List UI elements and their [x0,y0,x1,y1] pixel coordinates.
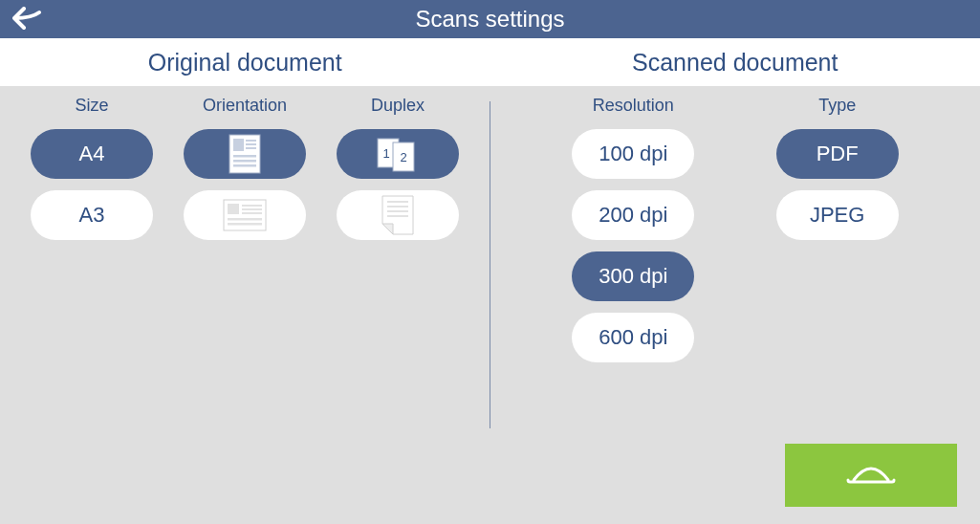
svg-rect-20 [387,206,408,207]
option-duplex-on[interactable]: 1 2 [337,129,459,179]
titlebar: Scans settings [0,0,980,38]
svg-rect-10 [242,205,262,207]
scanner-icon [844,461,898,490]
back-arrow-icon [12,7,45,32]
svg-rect-11 [242,208,262,210]
option-resolution-100-label: 100 dpi [599,142,667,166]
col-resolution: Resolution 100 dpi 200 dpi 300 dpi 600 d… [572,96,694,362]
landscape-icon [223,199,267,231]
option-resolution-100[interactable]: 100 dpi [572,129,694,179]
col-duplex: Duplex 1 2 [337,96,459,240]
scan-button[interactable] [785,444,957,507]
section-header-scanned: Scanned document [490,38,981,86]
option-orientation-portrait[interactable] [184,129,306,179]
svg-rect-19 [387,201,408,203]
option-resolution-300-label: 300 dpi [599,264,667,289]
svg-rect-5 [233,155,256,158]
svg-rect-13 [228,218,262,221]
svg-rect-1 [233,139,244,151]
col-label-size: Size [75,96,108,116]
svg-rect-12 [242,212,262,214]
option-size-a3-label: A3 [79,203,105,228]
option-orientation-landscape[interactable] [184,190,306,240]
option-resolution-200[interactable]: 200 dpi [572,190,694,240]
section-header-original: Original document [0,38,490,86]
portrait-icon [229,134,261,174]
option-type-pdf-label: PDF [817,142,859,166]
option-type-jpeg[interactable]: JPEG [776,190,899,240]
svg-rect-22 [387,215,408,217]
duplex-icon: 1 2 [374,135,422,173]
content: Size A4 A3 Orientation [0,86,980,524]
option-type-pdf[interactable]: PDF [776,129,899,179]
option-resolution-600-label: 600 dpi [599,325,667,350]
svg-rect-3 [246,143,256,145]
page-title: Scans settings [0,6,980,33]
option-resolution-200-label: 200 dpi [599,203,667,228]
col-type: Type PDF JPEG [776,96,899,240]
svg-rect-6 [233,160,256,163]
svg-rect-2 [246,140,256,142]
simplex-icon [381,195,414,235]
option-type-jpeg-label: JPEG [810,203,864,228]
col-label-type: Type [818,96,856,116]
svg-rect-4 [246,147,256,149]
svg-rect-9 [228,204,239,214]
back-button[interactable] [0,0,57,38]
svg-text:1: 1 [382,146,389,161]
option-duplex-off[interactable] [337,190,459,240]
section-headers: Original document Scanned document [0,38,980,86]
option-size-a3[interactable]: A3 [31,190,153,240]
pane-scanned: Resolution 100 dpi 200 dpi 300 dpi 600 d… [490,86,980,524]
option-size-a4-label: A4 [79,142,105,166]
svg-rect-21 [387,210,408,212]
svg-text:2: 2 [400,150,406,164]
col-orientation: Orientation [184,96,306,240]
col-label-resolution: Resolution [593,96,674,116]
col-label-duplex: Duplex [371,96,425,116]
col-size: Size A4 A3 [31,96,153,240]
option-resolution-300[interactable]: 300 dpi [572,251,694,301]
svg-rect-14 [228,223,262,226]
col-label-orientation: Orientation [203,96,287,116]
option-resolution-600[interactable]: 600 dpi [572,313,694,362]
pane-original: Size A4 A3 Orientation [0,86,490,524]
option-size-a4[interactable]: A4 [31,129,153,179]
svg-rect-7 [233,164,256,167]
